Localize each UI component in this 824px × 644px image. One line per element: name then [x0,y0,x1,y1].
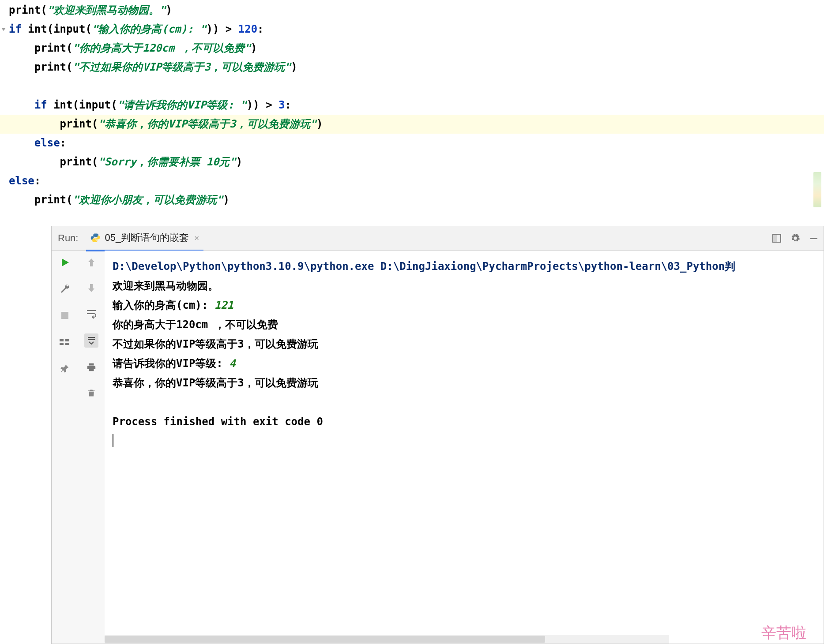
gear-icon[interactable] [790,233,801,243]
console-cursor [113,431,819,451]
code-line: else: [9,172,824,191]
svg-rect-7 [65,343,69,345]
code-line: print("Sorry，你需要补票 10元") [9,153,824,172]
code-line: print("欢迎你小朋友，可以免费游玩") [9,191,824,210]
pin-icon[interactable] [59,363,71,374]
minimize-icon[interactable] [809,233,819,243]
editor-minimap[interactable] [813,172,821,207]
code-line: else: [9,134,824,153]
soft-wrap-icon[interactable] [86,308,97,319]
svg-rect-1 [773,234,777,242]
console-line: Process finished with exit code 0 [113,412,819,431]
console-line: 恭喜你，你的VIP等级高于3，可以免费游玩 [113,373,819,393]
fold-handle-icon[interactable] [1,26,6,32]
rerun-icon[interactable] [59,257,71,268]
run-toolbar-primary [52,251,78,644]
svg-rect-3 [61,312,68,319]
console-line: 不过如果你的VIP等级高于3，可以免费游玩 [113,334,819,354]
console-line [113,393,819,412]
console-output[interactable]: D:\Develop\Python\python3.10.9\python.ex… [105,251,824,644]
console-line: 欢迎来到黑马动物园。 [113,276,819,296]
svg-rect-6 [65,339,69,341]
run-tab[interactable]: 05_判断语句的嵌套 ✕ [86,226,203,251]
run-tool-window: Run: 05_判断语句的嵌套 ✕ [51,226,824,644]
svg-rect-4 [60,339,64,341]
arrow-down-icon[interactable] [86,282,97,294]
code-line: if int(input("输入你的身高(cm): ")) > 120: [9,20,824,39]
arrow-up-icon[interactable] [86,257,97,268]
horizontal-scrollbar[interactable] [105,635,669,644]
code-line: if int(input("请告诉我你的VIP等级: ")) > 3: [9,96,824,115]
python-icon [90,233,100,243]
console-line: D:\Develop\Python\python3.10.9\python.ex… [113,257,819,276]
wrench-icon[interactable] [59,283,71,295]
layout-split-icon[interactable] [59,336,71,348]
trash-icon[interactable] [86,387,97,399]
svg-rect-2 [810,238,817,239]
code-line: print("你的身高大于120cm ，不可以免费") [9,39,824,58]
code-line-highlighted: print("恭喜你，你的VIP等级高于3，可以免费游玩") [0,115,824,134]
console-line: 请告诉我你的VIP等级: 4 [113,354,819,373]
watermark-text: 辛苦啦 [761,623,806,643]
console-line: 输入你的身高(cm): 121 [113,296,819,315]
run-header: Run: 05_判断语句的嵌套 ✕ [52,226,824,251]
scroll-to-end-icon[interactable] [84,333,98,348]
close-icon[interactable]: ✕ [194,233,199,242]
svg-rect-5 [60,343,64,345]
stop-icon[interactable] [59,310,71,321]
run-tab-name: 05_判断语句的嵌套 [105,231,189,244]
console-line: 你的身高大于120cm ，不可以免费 [113,315,819,334]
run-label: Run: [58,232,78,244]
print-icon[interactable] [86,362,97,373]
code-line: print("欢迎来到黑马动物园。") [9,1,824,20]
code-line [9,77,824,96]
code-editor[interactable]: print("欢迎来到黑马动物园。") if int(input("输入你的身高… [0,0,824,210]
layout-icon[interactable] [771,233,782,243]
run-toolbar-secondary [78,251,105,644]
code-line: print("不过如果你的VIP等级高于3，可以免费游玩") [9,58,824,77]
